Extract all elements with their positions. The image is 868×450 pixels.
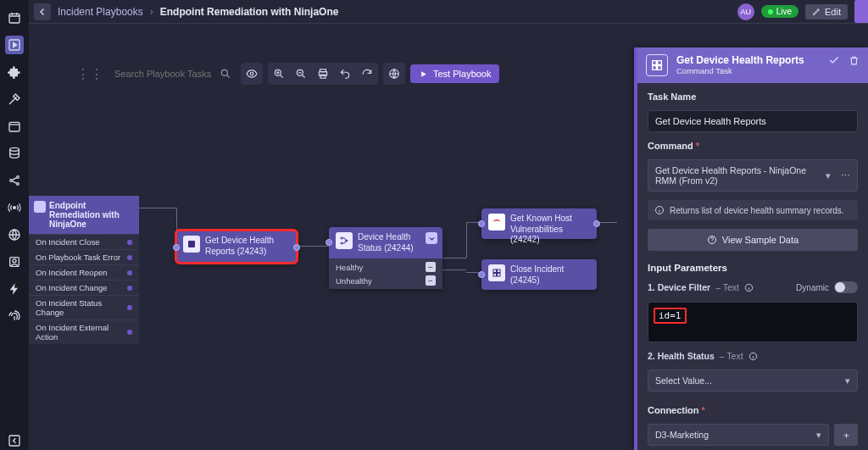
- test-btn-label: Test Playbook: [433, 69, 491, 79]
- view-sample-data-button[interactable]: View Sample Data: [648, 229, 858, 251]
- search-input[interactable]: [114, 69, 216, 79]
- pencil-icon: [812, 7, 821, 16]
- breadcrumb-current: Endpoint Remediation with NinjaOne: [160, 6, 339, 18]
- help-icon: [707, 235, 717, 245]
- svg-point-4: [10, 180, 13, 182]
- workflow-canvas[interactable]: ⋮⋮ Test Playbook Endpoint Remediation wi…: [29, 24, 868, 450]
- svg-rect-31: [658, 66, 662, 70]
- device-filter-value: id=1: [654, 308, 687, 324]
- node-close-incident[interactable]: Close Incident (24245): [481, 259, 597, 290]
- edge: [139, 208, 176, 208]
- calendar2-icon[interactable]: [5, 117, 24, 136]
- fingerprint-icon[interactable]: [5, 307, 24, 325]
- info-icon[interactable]: [748, 352, 758, 361]
- back-nav-icon[interactable]: [5, 431, 24, 450]
- check-icon[interactable]: [828, 54, 840, 66]
- play-square-icon[interactable]: [5, 36, 24, 54]
- start-node[interactable]: Endpoint Remediation with NinjaOne On In…: [29, 196, 139, 344]
- top-bar: Incident Playbooks › Endpoint Remediatio…: [29, 0, 868, 24]
- svg-point-7: [14, 207, 16, 209]
- zoom-out-icon[interactable]: [290, 63, 312, 85]
- panel-handle[interactable]: [854, 0, 868, 23]
- edge: [442, 258, 466, 258]
- chevron-down-icon: ▾: [826, 170, 831, 181]
- dynamic-toggle[interactable]: [834, 281, 858, 293]
- info-icon[interactable]: [744, 283, 754, 292]
- drag-handle-icon[interactable]: ⋮⋮: [75, 66, 105, 82]
- svg-point-3: [10, 147, 19, 151]
- node-title: Device Health Status (24244): [358, 232, 436, 253]
- undo-icon[interactable]: [334, 63, 356, 85]
- globe-icon[interactable]: [5, 225, 24, 244]
- back-button[interactable]: [34, 3, 51, 20]
- edit-button[interactable]: Edit: [805, 4, 848, 19]
- puzzle-icon[interactable]: [5, 63, 24, 81]
- zoom-in-icon[interactable]: [268, 63, 290, 85]
- globe2-icon[interactable]: [383, 63, 405, 85]
- port-out[interactable]: [293, 244, 300, 251]
- eye-icon[interactable]: [241, 63, 263, 85]
- svg-rect-27: [498, 274, 501, 277]
- add-connection-button[interactable]: ＋: [834, 424, 858, 446]
- task-name-input[interactable]: Get Device Health Reports: [648, 110, 858, 132]
- port-in[interactable]: [326, 239, 332, 246]
- input-params-heading: Input Parameters: [648, 263, 858, 273]
- node-get-device-health-reports[interactable]: Get Device Health Reports (24243): [176, 231, 297, 263]
- svg-point-10: [13, 259, 16, 263]
- svg-point-5: [17, 176, 19, 179]
- node-known-host-vuln[interactable]: Get Known Host Vulnerabilities (24242): [481, 208, 597, 239]
- param-device-filter-header: 1. Device Filter – Text Dynamic: [648, 281, 858, 293]
- expand-icon[interactable]: [426, 232, 437, 244]
- contact-icon[interactable]: [5, 253, 24, 271]
- share-icon[interactable]: [5, 171, 24, 190]
- trigger-item[interactable]: On Incident Reopen: [29, 264, 139, 280]
- connection-label: Connection *: [648, 405, 858, 415]
- node-device-health-status[interactable]: Device Health Status (24244) Healthy− Un…: [329, 227, 442, 289]
- trigger-item[interactable]: On Playbook Task Error: [29, 249, 139, 264]
- chevron-right-icon: ›: [150, 6, 153, 18]
- avatar[interactable]: AU: [737, 3, 754, 20]
- info-icon: [654, 205, 665, 215]
- command-select[interactable]: Get Device Health Reports - NinjaOne RMM…: [648, 159, 858, 192]
- device-filter-input[interactable]: id=1: [648, 302, 858, 342]
- branch-healthy[interactable]: Healthy−: [329, 260, 442, 274]
- port-in[interactable]: [478, 271, 485, 278]
- health-status-select[interactable]: Select Value...▾: [648, 369, 858, 392]
- tools-icon[interactable]: [5, 90, 24, 108]
- trash-icon[interactable]: [849, 55, 860, 66]
- search-tasks[interactable]: [110, 67, 236, 81]
- play-icon: [419, 69, 428, 79]
- left-nav-rail: [0, 0, 29, 450]
- broadcast-icon[interactable]: [5, 198, 24, 217]
- command-label: Command *: [648, 141, 858, 151]
- trigger-item[interactable]: On Incident Change: [29, 280, 139, 295]
- bolt-icon[interactable]: [5, 280, 24, 298]
- port-in[interactable]: [173, 244, 180, 251]
- more-icon[interactable]: ⋯: [836, 170, 850, 181]
- refresh-icon[interactable]: [356, 63, 378, 85]
- branch-unhealthy[interactable]: Unhealthy−: [329, 274, 442, 287]
- port-in[interactable]: [478, 220, 485, 227]
- print-icon[interactable]: [312, 63, 334, 85]
- database-icon[interactable]: [5, 144, 24, 163]
- calendar-icon[interactable]: [5, 8, 24, 27]
- test-playbook-button[interactable]: Test Playbook: [410, 64, 499, 83]
- trigger-item[interactable]: On Incident Status Change: [29, 295, 139, 319]
- trigger-item[interactable]: On Incident Close: [29, 234, 139, 249]
- svg-point-13: [250, 72, 253, 75]
- breadcrumb-root[interactable]: Incident Playbooks: [58, 6, 143, 18]
- branch-icon: [336, 232, 353, 249]
- node-title: Close Incident (24245): [510, 264, 590, 286]
- trigger-item[interactable]: On Incident External Action: [29, 319, 139, 344]
- svg-point-22: [341, 242, 342, 244]
- node-title: Get Known Host Vulnerabilities (24242): [510, 214, 590, 246]
- canvas-toolbar: ⋮⋮ Test Playbook: [75, 61, 499, 86]
- command-value: Get Device Health Reports - NinjaOne RMM…: [655, 165, 821, 186]
- dynamic-label: Dynamic: [796, 283, 829, 292]
- svg-point-23: [346, 240, 348, 242]
- live-badge: Live: [761, 5, 798, 18]
- connection-select[interactable]: D3-Marketing▾: [648, 424, 829, 446]
- port-out[interactable]: [593, 220, 600, 227]
- param-health-status-header: 2. Health Status – Text: [648, 351, 858, 361]
- svg-point-12: [221, 69, 227, 75]
